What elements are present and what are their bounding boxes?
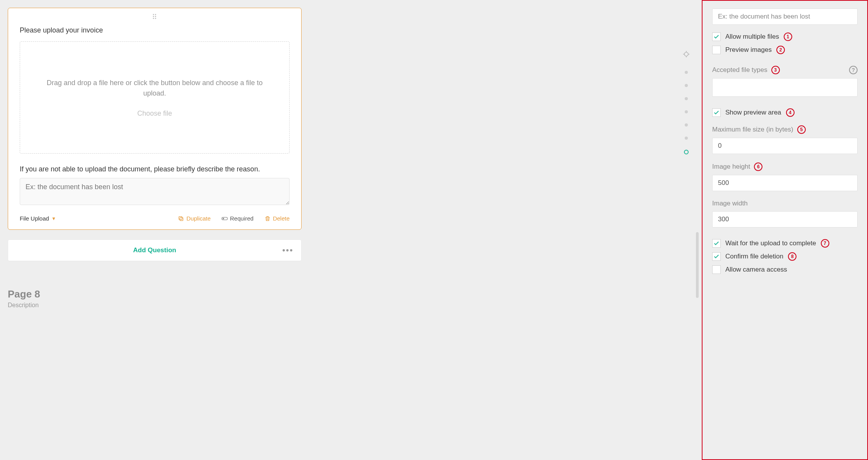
annotation-badge: 1 [784,32,792,41]
sub-question-text[interactable]: If you are not able to upload the docume… [20,165,290,173]
page-navigator [682,50,690,154]
show-preview-checkbox[interactable] [712,108,721,117]
svg-rect-1 [179,216,182,219]
page-block[interactable]: Page 8 Description [8,288,302,309]
locate-icon[interactable] [682,50,690,60]
question-card[interactable]: ⠿ Please upload your invoice Drag and dr… [8,8,302,230]
question-type-dropdown[interactable]: File Upload ▼ [20,215,56,222]
image-height-label: Image height [712,163,750,171]
allow-multiple-checkbox[interactable] [712,32,721,41]
question-title[interactable]: Please upload your invoice [20,26,290,34]
question-type-label: File Upload [20,215,49,222]
max-size-input[interactable] [712,138,858,154]
annotation-badge: 6 [754,162,762,171]
scrollbar-thumb[interactable] [696,232,699,298]
drag-handle-icon[interactable]: ⠿ [152,13,158,21]
properties-panel: Allow multiple files 1 Preview images 2 … [702,0,868,460]
camera-access-label: Allow camera access [725,266,787,274]
choose-file-button[interactable]: Choose file [137,109,172,118]
svg-point-3 [222,218,224,219]
accepted-types-input[interactable] [712,78,858,97]
confirm-delete-checkbox[interactable] [712,252,721,261]
help-icon[interactable]: ? [849,66,858,74]
accepted-types-label: Accepted file types [712,66,767,74]
image-height-input[interactable] [712,175,858,191]
nav-dot[interactable] [685,123,688,127]
annotation-badge: 5 [797,125,806,134]
toggle-icon [222,215,228,222]
annotation-badge: 8 [788,252,796,261]
camera-access-checkbox[interactable] [712,265,721,274]
allow-multiple-label: Allow multiple files [725,33,779,41]
delete-button[interactable]: Delete [264,215,290,222]
wait-upload-label: Wait for the upload to complete [725,239,816,247]
nav-dot[interactable] [685,71,688,74]
duplicate-button[interactable]: Duplicate [178,215,211,222]
page-description: Description [8,302,302,309]
nav-dot[interactable] [685,84,688,87]
annotation-badge: 3 [771,66,780,74]
file-dropzone[interactable]: Drag and drop a file here or click the b… [20,41,290,154]
wait-upload-checkbox[interactable] [712,239,721,248]
nav-dot[interactable] [685,97,688,100]
image-width-input[interactable] [712,211,858,227]
more-options-button[interactable]: ••• [282,245,293,255]
image-width-label: Image width [712,200,748,207]
placeholder-text-input[interactable] [712,9,858,25]
annotation-badge: 2 [776,46,785,54]
preview-images-checkbox[interactable] [712,46,721,54]
caret-down-icon: ▼ [51,216,56,221]
nav-dot[interactable] [685,137,688,140]
show-preview-label: Show preview area [725,109,781,116]
add-question-bar: Add Question ••• [8,239,302,261]
svg-rect-0 [180,217,183,221]
annotation-badge: 7 [821,239,829,248]
add-question-button[interactable]: Add Question [133,246,176,254]
confirm-delete-label: Confirm file deletion [725,253,783,260]
nav-dot[interactable] [685,110,688,113]
max-size-label: Maximum file size (in bytes) [712,126,793,133]
nav-dot-active[interactable] [684,150,689,154]
annotation-badge: 4 [786,108,795,117]
reason-textarea[interactable] [20,178,290,205]
svg-point-4 [684,52,688,56]
dropzone-hint: Drag and drop a file here or click the b… [43,78,266,99]
page-title: Page 8 [8,288,302,300]
trash-icon [264,215,271,222]
preview-images-label: Preview images [725,46,772,54]
required-toggle[interactable]: Required [222,215,254,222]
copy-icon [178,215,184,222]
